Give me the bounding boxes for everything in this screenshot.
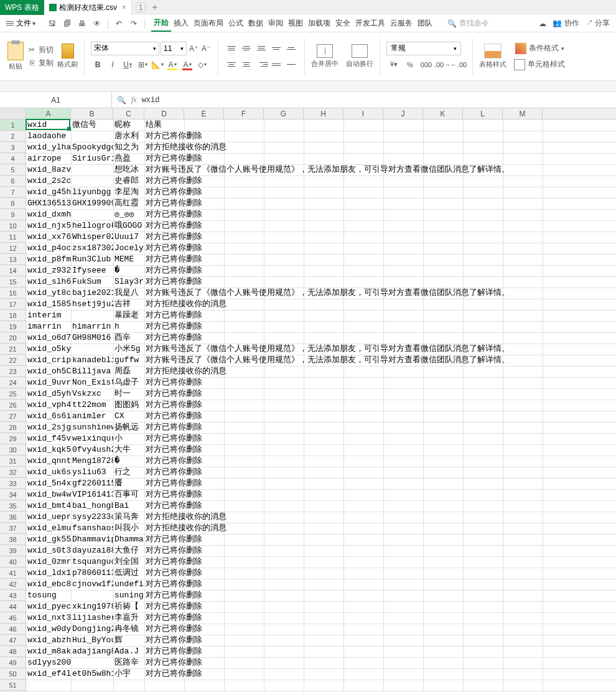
cell[interactable]: Spookydgc (71, 142, 113, 153)
cell[interactable]: wxid_bmt4 (26, 500, 71, 512)
row-header-38[interactable]: 38 (0, 534, 26, 545)
cell[interactable] (71, 209, 113, 220)
fill-markup-button[interactable]: 📐▾ (151, 58, 164, 72)
col-header-C[interactable]: C (113, 108, 144, 119)
cell[interactable]: 小宇 (113, 668, 144, 680)
row-header-16[interactable]: 16 (0, 288, 26, 299)
ribbon-tab-2[interactable]: 页面布局 (191, 16, 226, 31)
cell[interactable]: 0fvy4ush2 (71, 444, 113, 456)
cell[interactable]: 对方已将你删除 (144, 388, 616, 400)
cell[interactable]: 对方拒绝接收你的消息 (144, 142, 616, 153)
cell[interactable]: 对方拒绝接收你的消息 (144, 366, 616, 377)
cell[interactable]: interim (26, 310, 71, 321)
cell[interactable]: 对方已将你删除 (144, 635, 616, 646)
cell[interactable]: wxid_vph4 (26, 400, 71, 411)
cell[interactable]: 对方已将你删除 (144, 568, 616, 579)
cell[interactable]: kanadebli (71, 355, 113, 366)
cell[interactable]: p78060113 (71, 568, 113, 579)
ribbon-tab-6[interactable]: 视图 (286, 16, 306, 31)
cell[interactable]: 对方账号违反了《微信个人账号使用规范》，无法添加朋友，可引导对方查看微信团队消息… (144, 164, 616, 175)
cell[interactable]: hsetj9ju2 (71, 299, 113, 310)
cell[interactable]: 结果 (144, 119, 616, 131)
cell[interactable]: wxid_f45v (26, 433, 71, 444)
cell[interactable]: wxid (26, 119, 71, 131)
ribbon-tab-3[interactable]: 公式 (226, 16, 246, 31)
cell[interactable]: tosung (26, 590, 71, 601)
cell[interactable]: et0h5w8h1 (71, 668, 113, 680)
row-header-43[interactable]: 43 (0, 590, 26, 601)
cell[interactable]: h (113, 321, 144, 332)
row-header-37[interactable]: 37 (0, 523, 26, 534)
cell[interactable]: GH98M016 (71, 332, 113, 344)
cell[interactable]: 对方已将你删除 (144, 411, 616, 422)
cell[interactable]: GHX199909 (71, 198, 113, 209)
cell[interactable]: sysy2233c (71, 512, 113, 523)
row-header-5[interactable]: 5 (0, 164, 26, 175)
font-size-select[interactable]: 11▾ (161, 42, 187, 55)
cell[interactable]: 策马奔 (113, 512, 144, 523)
merge-center-button[interactable]: 合并居中 (311, 44, 338, 68)
cell[interactable]: wxid_ebc8 (26, 579, 71, 590)
cell[interactable]: wxid_pyec (26, 601, 71, 612)
cell[interactable]: 行之 (113, 467, 144, 478)
grow-font-button[interactable]: A⁺ (188, 42, 199, 55)
row-header-23[interactable]: 23 (0, 366, 26, 377)
italic-button[interactable]: I (106, 58, 119, 72)
cell[interactable]: 对方已将你删除 (144, 400, 616, 411)
cell[interactable]: 对方已将你删除 (144, 489, 616, 500)
col-header-K[interactable]: K (423, 108, 463, 119)
cell[interactable]: wxid_bw4w (26, 489, 71, 500)
row-header-10[interactable]: 10 (0, 220, 26, 231)
row-header-18[interactable]: 18 (0, 310, 26, 321)
row-header-48[interactable]: 48 (0, 646, 26, 657)
row-header-12[interactable]: 12 (0, 243, 26, 254)
cell[interactable] (71, 175, 113, 187)
cell[interactable]: 对方已将你删除 (144, 276, 616, 288)
cell[interactable]: guffw (113, 355, 144, 366)
row-header-34[interactable]: 34 (0, 489, 26, 500)
cell[interactable]: 刘全国 (113, 556, 144, 568)
cell[interactable]: wxid_elmu (26, 523, 71, 534)
cell[interactable]: himarrin (71, 321, 113, 332)
row-header-35[interactable]: 35 (0, 500, 26, 512)
col-header-J[interactable]: J (383, 108, 423, 119)
cell[interactable]: Non_Exist (71, 377, 113, 388)
increase-decimal-button[interactable]: .00→ (435, 58, 450, 72)
cell[interactable]: wxid_uepr (26, 512, 71, 523)
name-box[interactable]: A1 (0, 92, 112, 108)
row-header-51[interactable]: 51 (0, 680, 26, 691)
spreadsheet-grid[interactable]: ABCDEFGHIJKLM 12345678910111213141516171… (0, 108, 616, 692)
row-header-30[interactable]: 30 (0, 444, 26, 456)
cell[interactable]: wxid_ylha (26, 142, 71, 153)
cell[interactable]: Hui_ByYou (71, 635, 113, 646)
cell[interactable]: Meng18728 (71, 456, 113, 467)
row-header-3[interactable]: 3 (0, 142, 26, 153)
cell[interactable]: wxid_9uvr (26, 377, 71, 388)
cell[interactable]: wxid_nxt3 (26, 612, 71, 624)
cell[interactable]: 对方已将你删除 (144, 433, 616, 444)
row-header-41[interactable]: 41 (0, 568, 26, 579)
file-menu[interactable]: 文件 ▾ (2, 17, 39, 30)
format-brush-button[interactable]: 格式刷 (57, 44, 78, 69)
col-header-I[interactable]: I (343, 108, 383, 119)
cell[interactable]: 低调过 (113, 568, 144, 579)
cell[interactable]: MEME (113, 254, 144, 265)
cell[interactable]: 大鱼仔 (113, 545, 144, 556)
cell[interactable]: VIP161413 (71, 489, 113, 500)
cell[interactable]: tsquanguo (71, 556, 113, 568)
cell[interactable]: Dongjing2 (71, 624, 113, 635)
add-tab-button[interactable]: + (152, 2, 157, 13)
row-header-44[interactable]: 44 (0, 601, 26, 612)
cell[interactable]: airzope (26, 153, 71, 164)
cell[interactable]: wxid_1585 (26, 299, 71, 310)
col-header-E[interactable]: E (184, 108, 224, 119)
ribbon-tab-8[interactable]: 安全 (333, 16, 353, 31)
cell[interactable]: 扬帆远 (113, 422, 144, 433)
cell[interactable]: wxid_xx76 (26, 231, 71, 243)
row-header-39[interactable]: 39 (0, 545, 26, 556)
cell[interactable]: 冉冬镜 (113, 624, 144, 635)
row-header-25[interactable]: 25 (0, 388, 26, 400)
row-header-29[interactable]: 29 (0, 433, 26, 444)
row-header-13[interactable]: 13 (0, 254, 26, 265)
shrink-font-button[interactable]: A⁻ (200, 42, 212, 55)
